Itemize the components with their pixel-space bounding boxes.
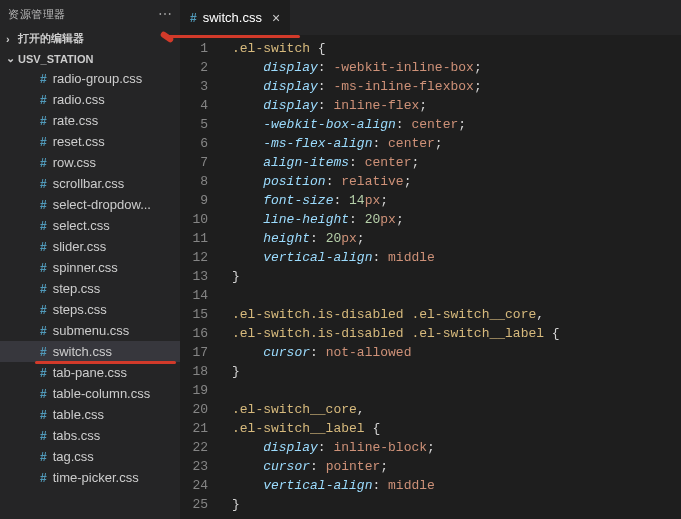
code-line: -ms-flex-align: center; bbox=[232, 134, 681, 153]
explorer-title: 资源管理器 bbox=[8, 7, 66, 22]
section-label: USV_STATION bbox=[18, 53, 93, 65]
file-name: steps.css bbox=[53, 302, 107, 317]
line-number: 22 bbox=[180, 438, 208, 457]
css-file-icon: # bbox=[40, 261, 47, 275]
tab-label: switch.css bbox=[203, 10, 262, 25]
file-name: spinner.css bbox=[53, 260, 118, 275]
file-item[interactable]: #tab-pane.css bbox=[0, 362, 180, 383]
line-number: 14 bbox=[180, 286, 208, 305]
file-item[interactable]: #table-column.css bbox=[0, 383, 180, 404]
tab-switch-css[interactable]: # switch.css × bbox=[180, 0, 290, 35]
file-item[interactable]: #tag.css bbox=[0, 446, 180, 467]
line-number-gutter: 1234567891011121314151617181920212223242… bbox=[180, 35, 220, 519]
sidebar: 资源管理器 ⋯ › 打开的编辑器 ⌄ USV_STATION #radio-gr… bbox=[0, 0, 180, 519]
line-number: 3 bbox=[180, 77, 208, 96]
code-line: } bbox=[232, 267, 681, 286]
css-file-icon: # bbox=[40, 282, 47, 296]
file-item[interactable]: #switch.css bbox=[0, 341, 180, 362]
file-name: time-picker.css bbox=[53, 470, 139, 485]
file-name: rate.css bbox=[53, 113, 99, 128]
line-number: 15 bbox=[180, 305, 208, 324]
code-content[interactable]: .el-switch { display: -webkit-inline-box… bbox=[220, 35, 681, 519]
tab-bar: # switch.css × bbox=[180, 0, 681, 35]
code-line: .el-switch__core, bbox=[232, 400, 681, 419]
line-number: 18 bbox=[180, 362, 208, 381]
code-line bbox=[232, 286, 681, 305]
file-item[interactable]: #slider.css bbox=[0, 236, 180, 257]
css-file-icon: # bbox=[40, 450, 47, 464]
file-item[interactable]: #time-picker.css bbox=[0, 467, 180, 488]
file-list: #radio-group.css#radio.css#rate.css#rese… bbox=[0, 68, 180, 519]
line-number: 16 bbox=[180, 324, 208, 343]
line-number: 21 bbox=[180, 419, 208, 438]
file-name: reset.css bbox=[53, 134, 105, 149]
css-file-icon: # bbox=[40, 240, 47, 254]
code-line: .el-switch__label { bbox=[232, 419, 681, 438]
code-line: display: -webkit-inline-box; bbox=[232, 58, 681, 77]
code-line: display: inline-block; bbox=[232, 438, 681, 457]
file-item[interactable]: #steps.css bbox=[0, 299, 180, 320]
css-file-icon: # bbox=[40, 93, 47, 107]
code-line: .el-switch.is-disabled .el-switch__label… bbox=[232, 324, 681, 343]
file-item[interactable]: #reset.css bbox=[0, 131, 180, 152]
file-item[interactable]: #radio-group.css bbox=[0, 68, 180, 89]
css-file-icon: # bbox=[190, 11, 197, 25]
close-icon[interactable]: × bbox=[268, 10, 280, 26]
line-number: 2 bbox=[180, 58, 208, 77]
file-item[interactable]: #row.css bbox=[0, 152, 180, 173]
section-open-editors[interactable]: › 打开的编辑器 bbox=[0, 28, 180, 49]
code-line: align-items: center; bbox=[232, 153, 681, 172]
code-line: font-size: 14px; bbox=[232, 191, 681, 210]
css-file-icon: # bbox=[40, 324, 47, 338]
file-name: radio-group.css bbox=[53, 71, 143, 86]
css-file-icon: # bbox=[40, 135, 47, 149]
editor-main: # switch.css × 1234567891011121314151617… bbox=[180, 0, 681, 519]
css-file-icon: # bbox=[40, 345, 47, 359]
line-number: 13 bbox=[180, 267, 208, 286]
file-name: radio.css bbox=[53, 92, 105, 107]
file-name: select.css bbox=[53, 218, 110, 233]
file-item[interactable]: #submenu.css bbox=[0, 320, 180, 341]
code-line bbox=[232, 381, 681, 400]
line-number: 6 bbox=[180, 134, 208, 153]
code-line: -webkit-box-align: center; bbox=[232, 115, 681, 134]
file-item[interactable]: #step.css bbox=[0, 278, 180, 299]
code-line: position: relative; bbox=[232, 172, 681, 191]
file-item[interactable]: #select-dropdow... bbox=[0, 194, 180, 215]
file-name: table-column.css bbox=[53, 386, 151, 401]
file-item[interactable]: #spinner.css bbox=[0, 257, 180, 278]
section-workspace[interactable]: ⌄ USV_STATION bbox=[0, 49, 180, 68]
file-name: row.css bbox=[53, 155, 96, 170]
file-item[interactable]: #scrollbar.css bbox=[0, 173, 180, 194]
line-number: 1 bbox=[180, 39, 208, 58]
chevron-down-icon: ⌄ bbox=[6, 52, 18, 65]
file-item[interactable]: #tabs.css bbox=[0, 425, 180, 446]
css-file-icon: # bbox=[40, 429, 47, 443]
file-item[interactable]: #radio.css bbox=[0, 89, 180, 110]
file-item[interactable]: #table.css bbox=[0, 404, 180, 425]
code-line: display: -ms-inline-flexbox; bbox=[232, 77, 681, 96]
css-file-icon: # bbox=[40, 387, 47, 401]
line-number: 24 bbox=[180, 476, 208, 495]
file-name: submenu.css bbox=[53, 323, 130, 338]
code-line: cursor: not-allowed bbox=[232, 343, 681, 362]
file-name: scrollbar.css bbox=[53, 176, 125, 191]
line-number: 17 bbox=[180, 343, 208, 362]
line-number: 9 bbox=[180, 191, 208, 210]
line-number: 4 bbox=[180, 96, 208, 115]
code-line: vertical-align: middle bbox=[232, 248, 681, 267]
line-number: 10 bbox=[180, 210, 208, 229]
code-line: display: inline-flex; bbox=[232, 96, 681, 115]
css-file-icon: # bbox=[40, 114, 47, 128]
code-editor[interactable]: 1234567891011121314151617181920212223242… bbox=[180, 35, 681, 519]
ellipsis-icon[interactable]: ⋯ bbox=[158, 6, 172, 22]
file-item[interactable]: #select.css bbox=[0, 215, 180, 236]
section-label: 打开的编辑器 bbox=[18, 31, 84, 46]
code-line: .el-switch { bbox=[232, 39, 681, 58]
css-file-icon: # bbox=[40, 156, 47, 170]
code-line: height: 20px; bbox=[232, 229, 681, 248]
line-number: 11 bbox=[180, 229, 208, 248]
code-line: } bbox=[232, 495, 681, 514]
file-item[interactable]: #rate.css bbox=[0, 110, 180, 131]
code-line: cursor: pointer; bbox=[232, 457, 681, 476]
